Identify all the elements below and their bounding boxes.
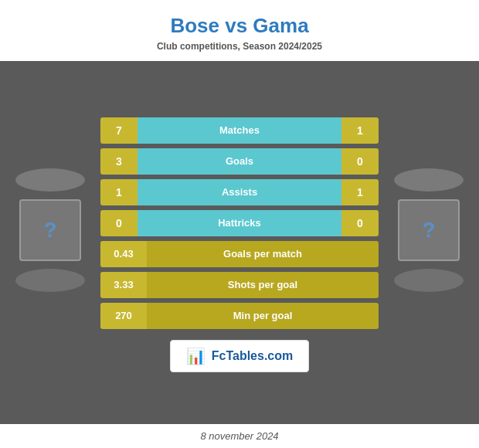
left-avatar-circle-bottom xyxy=(15,269,85,292)
hattricks-left-val: 0 xyxy=(100,210,138,236)
stat-row-shots-per-goal: 3.33 Shots per goal xyxy=(100,272,379,298)
stat-row-min-per-goal: 270 Min per goal xyxy=(100,303,379,329)
match-title: Bose vs Gama xyxy=(15,14,464,38)
stat-row-assists: 1 Assists 1 xyxy=(100,179,379,205)
header: Bose vs Gama Club competitions, Season 2… xyxy=(0,0,479,61)
hattricks-right-val: 0 xyxy=(341,210,379,236)
main-area: ? 7 Matches 1 3 Goals 0 1 Assists 1 xyxy=(0,61,479,424)
footer: 8 november 2024 xyxy=(0,424,479,448)
left-avatar-box: ? xyxy=(19,199,81,261)
right-avatar-circle-top xyxy=(394,168,464,192)
shots-per-goal-val: 3.33 xyxy=(100,272,147,298)
left-avatar: ? xyxy=(15,168,85,292)
goals-per-match-val: 0.43 xyxy=(100,241,147,267)
match-subtitle: Club competitions, Season 2024/2025 xyxy=(15,41,464,52)
goals-per-match-label: Goals per match xyxy=(147,241,379,267)
min-per-goal-val: 270 xyxy=(100,303,147,329)
goals-label: Goals xyxy=(138,148,341,175)
right-avatar-box: ? xyxy=(398,199,460,261)
stat-row-matches: 7 Matches 1 xyxy=(100,117,379,144)
left-avatar-icon: ? xyxy=(43,218,56,243)
branding-box[interactable]: 📊 FcTables.com xyxy=(170,340,310,372)
assists-left-val: 1 xyxy=(100,179,138,205)
brand-icon: 📊 xyxy=(186,347,206,365)
matches-right-val: 1 xyxy=(341,117,379,144)
matches-left-val: 7 xyxy=(100,117,138,144)
goals-left-val: 3 xyxy=(100,148,138,175)
stats-center: 7 Matches 1 3 Goals 0 1 Assists 1 0 Hatt… xyxy=(100,117,379,372)
stat-row-goals: 3 Goals 0 xyxy=(100,148,379,175)
min-per-goal-label: Min per goal xyxy=(147,303,379,329)
brand-name: FcTables.com xyxy=(212,349,294,363)
stat-row-goals-per-match: 0.43 Goals per match xyxy=(100,241,379,267)
right-avatar-circle-bottom xyxy=(394,269,464,292)
match-date: 8 november 2024 xyxy=(6,430,473,442)
assists-right-val: 1 xyxy=(341,179,379,205)
right-avatar: ? xyxy=(394,168,464,292)
left-avatar-circle-top xyxy=(15,168,85,192)
right-avatar-icon: ? xyxy=(422,218,435,243)
matches-label: Matches xyxy=(138,117,341,144)
stats-container: 7 Matches 1 3 Goals 0 1 Assists 1 0 Hatt… xyxy=(100,117,379,329)
stat-row-hattricks: 0 Hattricks 0 xyxy=(100,210,379,236)
assists-label: Assists xyxy=(138,179,341,205)
hattricks-label: Hattricks xyxy=(138,210,341,236)
goals-right-val: 0 xyxy=(341,148,379,175)
shots-per-goal-label: Shots per goal xyxy=(147,272,379,298)
